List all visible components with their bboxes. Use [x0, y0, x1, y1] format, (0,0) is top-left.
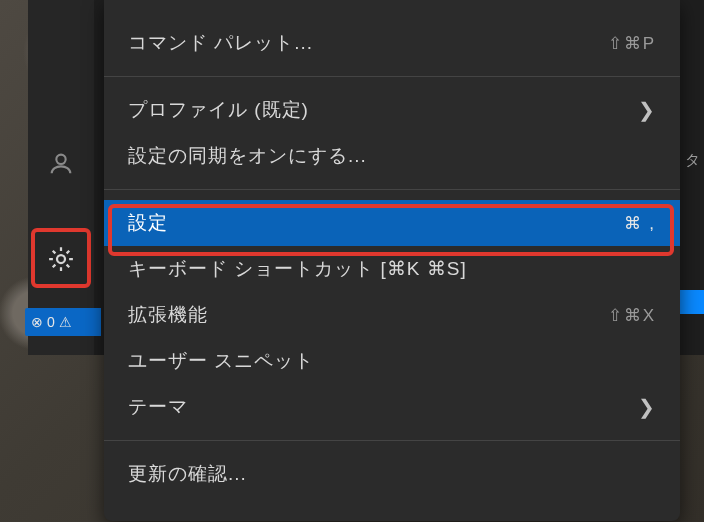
svg-point-0: [56, 155, 65, 164]
menu-item-label: 更新の確認...: [128, 461, 656, 487]
svg-point-1: [57, 255, 65, 263]
menu-separator: [104, 189, 680, 190]
chevron-right-icon: ❯: [638, 395, 656, 419]
status-bar[interactable]: ⊗ 0 ⚠: [25, 308, 101, 336]
menu-item[interactable]: 更新の確認...: [104, 451, 680, 497]
menu-item[interactable]: テーマ❯: [104, 384, 680, 430]
menu-item-label: キーボード ショートカット [⌘K ⌘S]: [128, 256, 656, 282]
gear-icon[interactable]: [46, 244, 76, 274]
menu-item-label: 拡張機能: [128, 302, 608, 328]
activity-bar: [28, 0, 94, 355]
background-window-text: タ: [680, 140, 704, 180]
chevron-right-icon: ❯: [638, 98, 656, 122]
menu-item-label: プロファイル (既定): [128, 97, 630, 123]
menu-item-shortcut: ⌘ ,: [624, 213, 656, 234]
menu-item-label: 設定の同期をオンにする...: [128, 143, 656, 169]
menu-separator: [104, 440, 680, 441]
menu-item[interactable]: ユーザー スニペット: [104, 338, 680, 384]
menu-item[interactable]: キーボード ショートカット [⌘K ⌘S]: [104, 246, 680, 292]
menu-item-label: 設定: [128, 210, 624, 236]
menu-item-label: コマンド パレット...: [128, 30, 608, 56]
menu-item-shortcut: ⇧⌘P: [608, 33, 656, 54]
menu-separator: [104, 76, 680, 77]
menu-item[interactable]: 設定⌘ ,: [104, 200, 680, 246]
menu-item-label: ユーザー スニペット: [128, 348, 656, 374]
menu-item[interactable]: プロファイル (既定)❯: [104, 87, 680, 133]
menu-item[interactable]: コマンド パレット...⇧⌘P: [104, 20, 680, 66]
settings-menu: コマンド パレット...⇧⌘Pプロファイル (既定)❯設定の同期をオンにする..…: [104, 0, 680, 521]
menu-item-label: テーマ: [128, 394, 630, 420]
account-icon[interactable]: [37, 140, 85, 188]
menu-item-shortcut: ⇧⌘X: [608, 305, 656, 326]
status-errors: ⊗ 0 ⚠: [31, 314, 72, 330]
menu-item[interactable]: 拡張機能⇧⌘X: [104, 292, 680, 338]
menu-item[interactable]: 設定の同期をオンにする...: [104, 133, 680, 179]
